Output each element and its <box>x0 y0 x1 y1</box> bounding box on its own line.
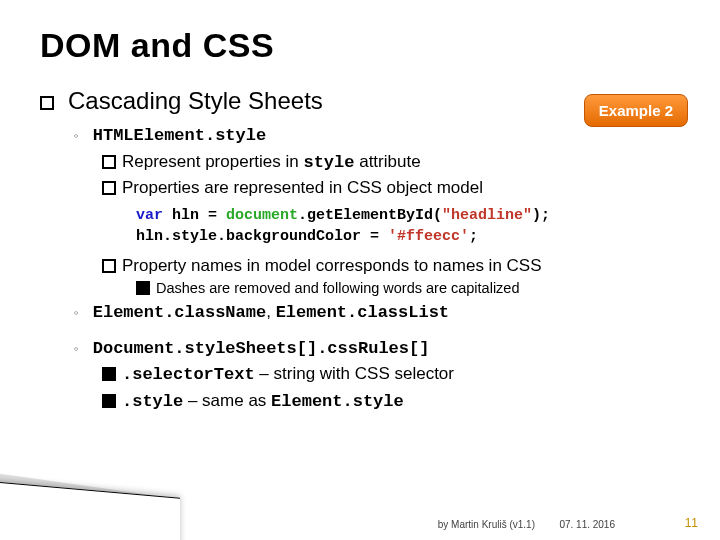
text: – string with CSS selector <box>255 364 454 383</box>
footer-date: 07. 11. 2016 <box>559 519 615 530</box>
text: , <box>266 302 275 321</box>
circle-bullet-icon: ◦ <box>74 340 88 359</box>
code-text: Element.style <box>271 392 404 411</box>
code-text: ); <box>532 207 550 224</box>
string-token: '#ffeecc' <box>388 228 469 245</box>
text: Dashes are removed and following words a… <box>156 280 520 296</box>
list-item: Dashes are removed and following words a… <box>136 278 690 300</box>
code-text: HTMLElement.style <box>93 126 266 145</box>
code-block: var hln = document.getElementById("headl… <box>136 205 690 247</box>
list-item: .selectorText – string with CSS selector <box>102 361 690 388</box>
filled-box-icon <box>102 367 116 381</box>
code-text: .getElementById( <box>298 207 442 224</box>
list-item: ◦ Element.className, Element.classList <box>74 300 690 326</box>
code-text: .style <box>122 392 183 411</box>
code-text: hln = <box>163 207 226 224</box>
text: attribute <box>354 152 420 171</box>
list-item: Represent properties in style attribute <box>102 149 690 176</box>
list-item: Properties are represented in CSS object… <box>102 175 690 201</box>
code-text: Document.styleSheets[].cssRules[] <box>93 339 430 358</box>
text: – same as <box>183 391 271 410</box>
bullet-box-icon <box>102 181 116 195</box>
filled-box-icon <box>136 281 150 295</box>
code-line: var hln = document.getElementById("headl… <box>136 205 690 226</box>
page-number: 11 <box>685 516 698 530</box>
page-curl-decoration <box>0 470 160 540</box>
footer-author: by Martin Kruliš (v1.1) <box>438 519 535 530</box>
circle-bullet-icon: ◦ <box>74 304 88 323</box>
slide: DOM and CSS Example 2 Cascading Style Sh… <box>0 0 720 540</box>
code-text: hln.style.backgroundColor = <box>136 228 388 245</box>
circle-bullet-icon: ◦ <box>74 127 88 146</box>
text: Property names in model corresponds to n… <box>122 256 542 275</box>
bullet-box-icon <box>102 259 116 273</box>
list-item: .style – same as Element.style <box>102 388 690 415</box>
list-item: ◦ Document.styleSheets[].cssRules[] <box>74 336 690 362</box>
example-badge[interactable]: Example 2 <box>584 94 688 127</box>
list-item: Property names in model corresponds to n… <box>102 253 690 279</box>
code-text: ; <box>469 228 478 245</box>
bullet-box-icon <box>102 155 116 169</box>
code-text: .selectorText <box>122 365 255 384</box>
code-text: style <box>303 153 354 172</box>
slide-title: DOM and CSS <box>40 26 690 65</box>
filled-box-icon <box>102 394 116 408</box>
bullet-box-icon <box>40 96 54 110</box>
text: Represent properties in <box>122 152 303 171</box>
code-text: Element.classList <box>276 303 449 322</box>
code-text: Element.className <box>93 303 266 322</box>
section-heading-text: Cascading Style Sheets <box>68 87 323 115</box>
keyword: var <box>136 207 163 224</box>
code-line: hln.style.backgroundColor = '#ffeecc'; <box>136 226 690 247</box>
object-token: document <box>226 207 298 224</box>
text: Properties are represented in CSS object… <box>122 178 483 197</box>
string-token: "headline" <box>442 207 532 224</box>
